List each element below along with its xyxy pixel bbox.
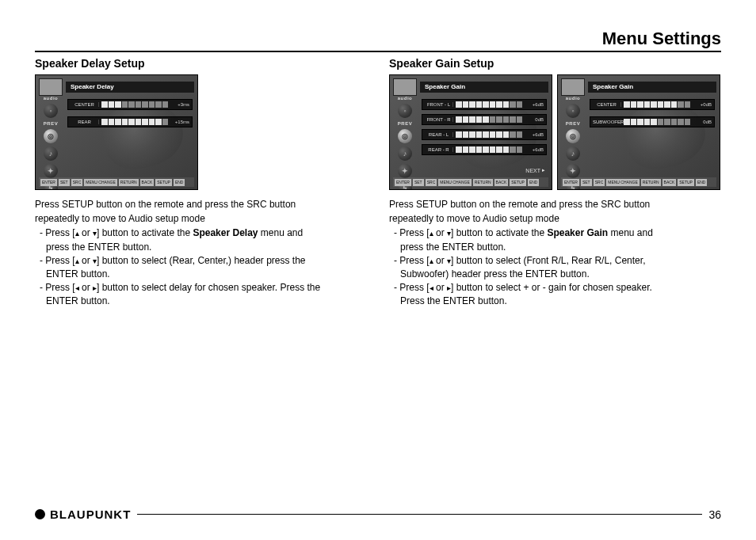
- side-button-2: ♪: [398, 146, 412, 161]
- bullet-3b: Press the ENTER button.: [389, 295, 721, 307]
- left-body-text: Press SETUP button on the remote and pre…: [35, 198, 367, 308]
- osd-row-rear: REAR +15ms: [67, 116, 193, 127]
- row-label: REAR: [71, 120, 99, 124]
- osd-title: Speaker Gain: [420, 82, 548, 93]
- side-button-1: ◎: [44, 129, 58, 143]
- foot-end: END: [528, 179, 540, 186]
- bullet-2b: Subwoofer) header press the ENTER button…: [389, 268, 721, 280]
- osd-title: Speaker Delay: [66, 82, 194, 93]
- osd-row-center: CENTER +3ms: [67, 99, 193, 110]
- row-value: 0dB: [693, 120, 712, 124]
- foot-setup: SETUP: [678, 179, 694, 186]
- side-button-3: ✦: [398, 164, 412, 178]
- foot-return: RETURN: [641, 179, 661, 186]
- row-label: REAR - R: [425, 147, 453, 152]
- foot-setup: SETUP: [155, 179, 172, 186]
- speaker-gain-heading: Speaker Gain Setup: [389, 57, 721, 70]
- sidebar-audio-label: audio: [44, 96, 59, 101]
- row-label: REAR - L: [425, 132, 453, 137]
- brand-logo: BLAUPUNKT: [35, 508, 131, 521]
- prev-icon: ◦: [398, 104, 412, 118]
- row-label: CENTER: [593, 102, 621, 107]
- row-label: FRONT - L: [425, 102, 453, 107]
- osd-row: FRONT - R0dB: [422, 114, 547, 125]
- intro-line1: Press SETUP button on the remote and pre…: [389, 198, 721, 211]
- foot-menu: MENU CHANGE: [606, 179, 640, 186]
- bullet-2: - Press [▴ or ▾] button to select (Rear,…: [35, 254, 367, 267]
- sidebar-prev-label: PREV: [566, 121, 580, 126]
- row-value: +6dB: [525, 132, 544, 137]
- page-title: Menu Settings: [35, 29, 721, 52]
- osd-footer: ENTERSETSRCMENU CHANGERETURNBACKSETUPEND: [393, 177, 548, 187]
- row-value: +15ms: [170, 120, 189, 124]
- side-button-3: ✦: [566, 164, 580, 178]
- row-value: +0dB: [693, 102, 712, 107]
- bullet-3: - Press [◂ or ▸] button to select delay …: [35, 281, 367, 294]
- foot-menu: MENU CHANGE: [84, 179, 117, 186]
- intro-line1: Press SETUP button on the remote and pre…: [35, 198, 367, 211]
- foot-back: BACK: [494, 179, 509, 186]
- bullet-3b: ENTER button.: [35, 295, 367, 307]
- foot-return: RETURN: [473, 179, 493, 186]
- osd-footer: ENTERSETSRCMENU CHANGERETURNBACKSETUPEND: [561, 177, 716, 187]
- foot-set: SET: [581, 179, 592, 186]
- right-body-text: Press SETUP button on the remote and pre…: [389, 198, 721, 308]
- bullet-2: - Press [▴ or ▾] button to select (Front…: [389, 254, 721, 267]
- brand-text: BLAUPUNKT: [50, 508, 131, 521]
- foot-set: SET: [413, 179, 424, 186]
- right-column: Speaker Gain Setup Speaker Gain audio ◦ …: [389, 57, 721, 309]
- osd-row: CENTER+0dB: [590, 99, 715, 110]
- speaker-gain-screenshot-1: Speaker Gain audio ◦ PREV ◎ ♪ ✦ ϟ FRONT …: [389, 74, 552, 190]
- content-columns: Speaker Delay Setup Speaker Delay audio …: [35, 57, 721, 309]
- osd-row: SUBWOOFER0dB: [590, 116, 715, 127]
- bullet-3: - Press [◂ or ▸] button to select + or -…: [389, 281, 721, 294]
- disc-icon: [39, 78, 63, 96]
- intro-line2: repeatedly to move to Audio setup mode: [35, 212, 367, 225]
- side-button-3: ✦: [44, 164, 58, 178]
- side-button-2: ♪: [44, 146, 58, 161]
- speaker-delay-heading: Speaker Delay Setup: [35, 57, 367, 70]
- foot-src: SRC: [426, 179, 437, 186]
- sidebar-prev-label: PREV: [44, 121, 58, 126]
- osd-footer: ENTER SET SRC MENU CHANGE RETURN BACK SE…: [39, 177, 194, 187]
- page-footer: BLAUPUNKT 36: [35, 508, 721, 521]
- intro-line2: repeatedly to move to Audio setup mode: [389, 212, 721, 225]
- side-button-2: ♪: [566, 146, 580, 161]
- bullet-1: - Press [▴ or ▾] button to activate the …: [389, 226, 721, 239]
- osd-sidebar: audio ◦ PREV ◎ ♪ ✦ ϟ: [561, 96, 585, 190]
- foot-menu: MENU CHANGE: [438, 179, 472, 186]
- osd-row: REAR - R+6dB: [422, 144, 547, 155]
- row-value: +6dB: [525, 102, 544, 107]
- bullet-2b: ENTER button.: [35, 268, 367, 280]
- sidebar-audio-label: audio: [398, 96, 413, 101]
- foot-back: BACK: [662, 179, 677, 186]
- row-value: 0dB: [525, 117, 544, 122]
- speaker-gain-screenshot-2: Speaker Gain audio ◦ PREV ◎ ♪ ✦ ϟ CENTER…: [557, 74, 720, 190]
- sidebar-prev-label: PREV: [398, 121, 412, 126]
- foot-enter: ENTER: [40, 179, 57, 186]
- foot-set: SET: [59, 179, 70, 186]
- side-button-1: ◎: [566, 129, 580, 143]
- brand-dot-icon: [35, 509, 45, 519]
- osd-sidebar: audio ◦ PREV ◎ ♪ ✦ ϟ: [39, 96, 63, 190]
- next-indicator: NEXT▸: [525, 167, 545, 173]
- row-value: +6dB: [525, 147, 544, 152]
- bullet-1b: press the ENTER button.: [389, 241, 721, 253]
- osd-row: FRONT - L+6dB: [422, 99, 547, 110]
- disc-icon: [561, 78, 585, 96]
- page-number: 36: [708, 508, 721, 521]
- foot-back: BACK: [140, 179, 155, 186]
- foot-return: RETURN: [119, 179, 139, 186]
- prev-icon: ◦: [566, 104, 580, 118]
- row-value: +3ms: [170, 102, 189, 107]
- foot-enter: ENTER: [563, 179, 579, 186]
- disc-icon: [393, 78, 417, 96]
- row-label: CENTER: [71, 102, 99, 107]
- left-column: Speaker Delay Setup Speaker Delay audio …: [35, 57, 367, 309]
- foot-setup: SETUP: [510, 179, 526, 186]
- sidebar-audio-label: audio: [566, 96, 581, 101]
- foot-src: SRC: [594, 179, 605, 186]
- foot-src: SRC: [71, 179, 83, 186]
- foot-enter: ENTER: [395, 179, 411, 186]
- osd-row: REAR - L+6dB: [422, 129, 547, 140]
